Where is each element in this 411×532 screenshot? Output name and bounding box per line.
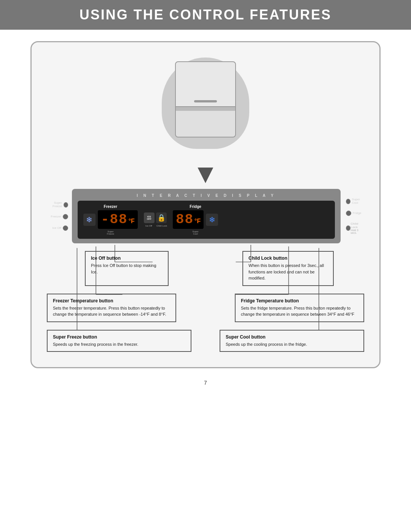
ice-off-icon[interactable]: ICE OFF <box>144 212 155 223</box>
mid-row: ICE OFF 🔒 <box>144 212 167 223</box>
fridge-bottom-section <box>175 111 236 137</box>
fridge-divider <box>175 107 236 111</box>
fridge-outer-label: Fridge <box>353 212 362 215</box>
page-title: USING THE CONTROL FEATURES <box>23 7 388 23</box>
fridge-inner: 88 °F ❄ <box>173 210 218 229</box>
fridge-temp-box-title: Fridge Temperature button <box>241 298 358 304</box>
page-number: 7 <box>204 380 207 386</box>
freezer-button[interactable] <box>63 214 68 219</box>
freezer-label: Freezer <box>51 215 61 219</box>
super-cool-box-text: Speeds up the cooling process in the fri… <box>226 341 358 348</box>
info-grid-middle: Freezer Temperature button Sets the free… <box>47 294 364 322</box>
main-card: ▼ Super Freeze Freezer Ice Off I N T E R… <box>30 41 381 368</box>
outer-right-labels: Super Cool Fridge Child Lock Hold 3 secs… <box>344 198 364 235</box>
fridge-temp-digits: 88 <box>176 212 194 227</box>
fridge-temp-unit: °F <box>194 218 201 225</box>
fridge-top-section <box>175 61 236 107</box>
child-lock-outer-text: Child Lock <box>350 222 364 229</box>
ice-off-info-box: Ice Off button Press Ice Off button to s… <box>85 251 169 286</box>
ice-off-box-title: Ice Off button <box>91 256 162 261</box>
child-lock-box-text: When this button is pressed for 3sec., a… <box>249 262 328 281</box>
child-lock-icon[interactable]: 🔒 <box>156 212 167 223</box>
snowflake-icon: ❄ <box>83 214 96 226</box>
outer-left-labels: Super Freeze Freezer Ice Off <box>47 201 68 231</box>
freezer-section: Freezer ❄ -88 °F SuperFreeze <box>83 204 138 235</box>
ice-off-outer-label: Ice Off <box>47 225 68 231</box>
super-cool-outer-label: Super Cool <box>344 198 364 205</box>
fridge-section-label: Fridge <box>190 204 201 209</box>
fridge-outer-label: Fridge <box>344 211 362 216</box>
fridge-temp-info-box: Fridge Temperature button Sets the fridg… <box>235 294 364 322</box>
fridge-section: Fridge 88 °F ❄ SuperCool <box>173 204 218 235</box>
freezer-temp-digits: -88 <box>101 212 128 227</box>
hold-label: Hold 3 secs. <box>350 229 364 234</box>
freezer-temp-info-box: Freezer Temperature button Sets the free… <box>47 294 176 322</box>
super-freeze-box-text: Speeds up the freezing process in the fr… <box>53 341 185 348</box>
freezer-temp-box-text: Sets the freezer temperature. Press this… <box>53 305 170 318</box>
freezer-temp-box-title: Freezer Temperature button <box>53 298 170 304</box>
freezer-inner: ❄ -88 °F <box>83 210 138 229</box>
ice-off-label: Ice Off <box>52 227 61 230</box>
info-grid-bottom: Super Freeze button Speeds up the freezi… <box>47 330 364 352</box>
control-panel: I N T E R A C T I V E D I S P L A Y Free… <box>72 189 341 243</box>
child-lock-info-box: Child Lock button When this button is pr… <box>242 251 334 286</box>
fridge-temp-box-text: Sets the fridge temperature. Press this … <box>241 305 358 318</box>
diagram-wrapper: Ice Off button Press Ice Off button to s… <box>47 243 364 352</box>
middle-controls: ICE OFF 🔒 Ice Off Child Lock <box>141 212 170 227</box>
fridge-outer-button[interactable] <box>346 211 351 216</box>
child-lock-outer-label: Child Lock Hold 3 secs. <box>344 222 364 234</box>
mid-labels: Ice Off Child Lock <box>143 225 167 227</box>
page-header: USING THE CONTROL FEATURES <box>0 0 411 30</box>
super-freeze-button[interactable] <box>64 202 68 208</box>
freezer-sub-labels: SuperFreeze <box>104 230 116 235</box>
super-freeze-box-title: Super Freeze button <box>53 334 185 340</box>
super-freeze-outer-label: Super Freeze <box>47 201 68 208</box>
ice-off-button[interactable] <box>63 225 68 231</box>
child-lock-label-group: Child Lock Hold 3 secs. <box>350 222 364 234</box>
super-cool-button[interactable] <box>346 199 350 204</box>
fridge-temp-display: 88 °F <box>173 210 204 229</box>
super-freeze-info-box: Super Freeze button Speeds up the freezi… <box>47 330 191 352</box>
fridge-sub-labels: SuperCool <box>190 230 202 235</box>
freezer-temp-display: -88 °F <box>98 210 138 229</box>
super-freeze-sub-label: SuperFreeze <box>104 230 116 235</box>
child-lock-button[interactable] <box>346 225 350 231</box>
fridge-illustration <box>148 54 263 160</box>
fridge-handle <box>194 100 217 102</box>
super-freeze-label: Super Freeze <box>47 201 62 208</box>
panel-inner: Freezer ❄ -88 °F SuperFreeze <box>78 201 335 239</box>
info-grid-top: Ice Off button Press Ice Off button to s… <box>47 251 364 286</box>
ice-off-mid-label: Ice Off <box>143 225 155 227</box>
freezer-section-label: Freezer <box>104 204 118 209</box>
down-arrow-icon: ▼ <box>192 160 218 187</box>
panel-with-labels: Super Freeze Freezer Ice Off I N T E R A… <box>47 189 364 243</box>
freezer-outer-label: Freezer <box>47 214 68 219</box>
super-cool-sub-label: SuperCool <box>190 230 202 235</box>
super-cool-box-title: Super Cool button <box>226 334 358 340</box>
super-cool-label: Super Cool <box>352 198 364 205</box>
panel-interactive-label: I N T E R A C T I V E D I S P L A Y <box>78 193 335 198</box>
super-cool-info-box: Super Cool button Speeds up the cooling … <box>220 330 364 352</box>
freezer-temp-unit: °F <box>129 218 135 225</box>
ice-off-box-text: Press Ice Off button to stop making Ice. <box>91 262 162 275</box>
child-lock-mid-label: Child Lock <box>156 225 167 227</box>
fridge-body <box>175 61 236 137</box>
droplet-icon: ❄ <box>206 214 218 226</box>
child-lock-box-title: Child Lock button <box>249 256 328 261</box>
